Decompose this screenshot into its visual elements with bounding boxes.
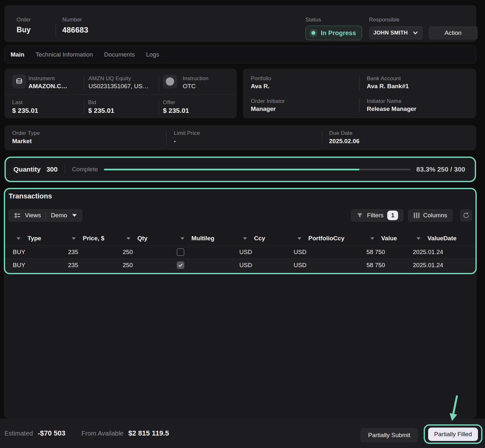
sort-caret-icon[interactable] <box>181 237 184 240</box>
sort-caret-icon[interactable] <box>17 237 20 240</box>
column-header-valuedate[interactable]: ValueDate <box>413 235 477 242</box>
filters-count-badge: 1 <box>387 211 398 220</box>
column-header-label: Qty <box>137 235 148 242</box>
card-divider <box>322 131 322 145</box>
column-header-type[interactable]: Type <box>4 235 68 242</box>
check-icon <box>178 262 183 268</box>
column-header-qty[interactable]: Qty <box>123 235 177 242</box>
initiator-name-label: Initiator Name <box>367 98 402 104</box>
sort-caret-icon[interactable] <box>127 237 130 240</box>
sort-caret-icon[interactable] <box>370 237 374 240</box>
cell-portfolioccy: USD <box>294 249 366 256</box>
column-header-price[interactable]: Price, $ <box>68 235 123 242</box>
responsible-label: Responsible <box>369 17 400 23</box>
status-dot-icon <box>310 29 317 37</box>
card-divider <box>359 76 360 90</box>
columns-button[interactable]: Columns <box>408 209 453 222</box>
column-header-label: ValueDate <box>427 235 457 242</box>
quantity-label: Quantity <box>13 166 41 173</box>
cell-valuedate: 2025.01.24 <box>413 262 477 269</box>
cell-qty: 250 <box>123 262 177 269</box>
circle-icon <box>166 77 174 86</box>
multileg-checkbox[interactable] <box>177 261 184 269</box>
sort-caret-icon[interactable] <box>243 237 247 240</box>
card-divider <box>65 165 65 174</box>
due-date-value: 2025.02.06 <box>329 138 359 145</box>
estimated-value: -$70 503 <box>38 429 65 437</box>
quantity-progress-fill <box>104 169 359 170</box>
tab-logs[interactable]: Logs <box>146 51 159 58</box>
bank-account-label: Bank Account <box>367 75 401 82</box>
sort-caret-icon[interactable] <box>72 237 76 240</box>
card-divider <box>84 101 84 115</box>
column-header-label: Type <box>27 235 41 242</box>
order-side-label: Order <box>17 17 31 23</box>
filters-label: Filters <box>367 212 384 219</box>
partially-submit-button[interactable]: Partially Submit <box>360 428 418 442</box>
cell-valuedate: 2025.01.24 <box>413 249 477 256</box>
order-number-label: Number <box>62 17 82 23</box>
column-header-portfolioccy[interactable]: PortfolioCcy <box>294 235 366 242</box>
status-text: In Progress <box>321 29 356 37</box>
cell-price: 235 <box>68 249 123 256</box>
cell-ccy: USD <box>239 249 294 256</box>
quantity-progress-card: Quantity 300 Complete 83.3% 250 / 300 <box>4 157 476 182</box>
sort-caret-icon[interactable] <box>297 237 301 240</box>
responsible-dropdown[interactable]: JOHN SMITH <box>369 26 423 40</box>
offer-price-label: Offer <box>163 99 175 106</box>
views-label: Views <box>25 212 41 219</box>
tab-main[interactable]: Main <box>11 51 24 58</box>
status-badge: In Progress <box>305 26 362 40</box>
column-header-ccy[interactable]: Ccy <box>239 235 294 242</box>
column-header-label: Value <box>381 235 397 242</box>
refresh-button[interactable] <box>460 209 472 221</box>
transaction-row[interactable]: BUY 235 250 USD USD 58 750 2025.01.24 <box>4 259 477 272</box>
transactions-panel: Transactions Views Demo Filters 1 Column… <box>4 188 477 419</box>
filter-funnel-icon <box>356 212 363 219</box>
column-header-label: Price, $ <box>83 235 104 242</box>
cell-value: 58 750 <box>366 249 413 256</box>
cell-type: BUY <box>4 262 68 269</box>
quantity-value: 300 <box>46 166 58 173</box>
partially-filled-highlight-annotation: Partially Filled <box>424 424 482 444</box>
order-type-value: Market <box>12 138 32 145</box>
bid-price-label: Bid <box>88 99 96 106</box>
tab-documents[interactable]: Documents <box>104 51 135 58</box>
listing-label: AMZN UQ Equity <box>89 75 131 82</box>
multileg-checkbox[interactable] <box>177 248 184 256</box>
complete-label: Complete <box>72 166 98 173</box>
views-dropdown[interactable]: Views Demo <box>8 209 82 222</box>
last-price-label: Last <box>12 99 23 106</box>
caret-down-icon <box>72 214 77 217</box>
portfolio-label: Portfolio <box>251 75 271 82</box>
offer-price-value: $ 235.01 <box>163 107 189 114</box>
instrument-value: AMAZON.C… <box>28 83 67 90</box>
chevron-down-icon <box>412 30 419 36</box>
filters-button[interactable]: Filters 1 <box>351 209 404 222</box>
listing-value: US0231351067, US… <box>89 83 149 90</box>
action-button[interactable]: Action <box>428 26 478 40</box>
cell-multileg <box>177 261 239 269</box>
sort-caret-icon[interactable] <box>417 237 420 240</box>
footer-bar: Estimated -$70 503 From Available $2 815… <box>0 419 485 448</box>
column-header-multileg[interactable]: Multileg <box>177 235 239 242</box>
coins-icon <box>12 74 26 89</box>
current-view-name: Demo <box>51 212 67 219</box>
quantity-progress-text: 83.3% 250 / 300 <box>416 166 465 173</box>
refresh-icon <box>463 212 470 219</box>
order-side-value: Buy <box>17 26 31 34</box>
due-date-label: Due Date <box>329 130 352 136</box>
order-number-value: 486683 <box>62 26 88 35</box>
order-initiator-label: Order Initiator <box>251 98 285 104</box>
cell-qty: 250 <box>123 249 177 256</box>
column-header-value[interactable]: Value <box>366 235 413 242</box>
columns-icon <box>414 212 420 218</box>
instruction-icon <box>163 74 177 89</box>
tab-technical-information[interactable]: Technical Information <box>35 51 93 58</box>
cell-type: BUY <box>4 249 68 256</box>
cell-multileg <box>177 248 239 256</box>
cell-ccy: USD <box>239 262 294 269</box>
transaction-row[interactable]: BUY 235 250 USD USD 58 750 2025.01.24 <box>4 245 477 259</box>
partially-filled-button[interactable]: Partially Filled <box>428 428 478 441</box>
last-price-value: $ 235.01 <box>12 107 38 114</box>
